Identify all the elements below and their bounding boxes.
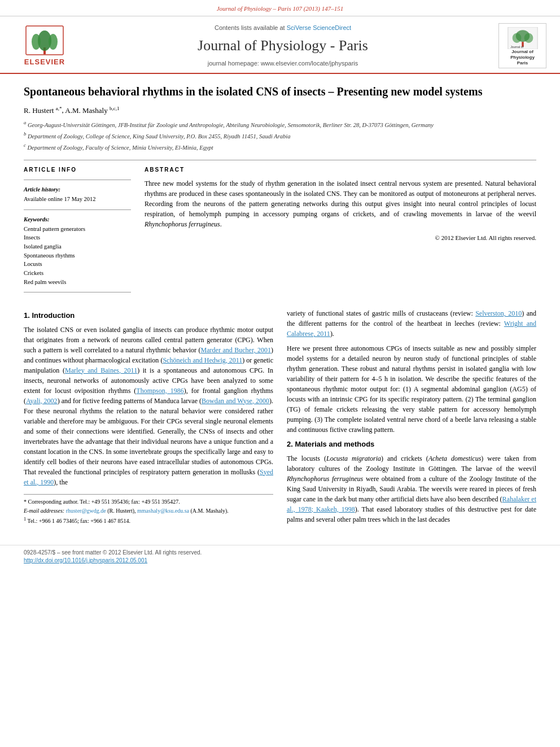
keyword-6: Crickets <box>24 269 131 278</box>
svg-point-3 <box>49 34 58 50</box>
article-content: Spontaneous behavioral rhythms in the is… <box>0 74 560 539</box>
article-info-col: ARTICLE INFO Article history: Available … <box>24 166 131 298</box>
homepage-line: journal homepage: www.elsevier.com/locat… <box>76 59 490 68</box>
divider-info-3 <box>24 292 131 292</box>
keywords-list: Central pattern generators Insects Isola… <box>24 225 131 287</box>
svg-point-2 <box>32 34 41 50</box>
keyword-7: Red palm weevils <box>24 278 131 287</box>
affiliations: a Georg-August-Universität Göttingen, JF… <box>24 119 536 152</box>
species-italic: Rhynchophorus ferrugineus <box>145 220 220 228</box>
intro-para-right-2: Here we present three autonomous CPGs of… <box>287 343 536 435</box>
abstract-copyright: © 2012 Elsevier Ltd. All rights reserved… <box>145 234 536 242</box>
article-title: Spontaneous behavioral rhythms in the is… <box>24 84 536 99</box>
body-col-left: 1. Introduction The isolated CNS or even… <box>24 308 273 528</box>
svg-point-8 <box>524 33 533 43</box>
journal-title: Journal of Physiology - Paris <box>76 36 490 56</box>
authors-line: R. Hustert a,*, A.M. Mashaly b,c,1 <box>24 104 536 116</box>
sciverse-link[interactable]: SciVerse ScienceDirect <box>287 24 351 31</box>
keyword-2: Insects <box>24 234 131 242</box>
keyword-4: Spontaneous rhythms <box>24 252 131 260</box>
methods-para-1: The locusts (Locusta migratoria) and cri… <box>287 453 536 525</box>
history-label: Article history: <box>24 186 131 194</box>
intro-section-title: 1. Introduction <box>24 311 273 321</box>
svg-text:Journal of: Journal of <box>510 46 523 49</box>
journal-header: ELSEVIER Contents lists available at Sci… <box>0 16 560 74</box>
elsevier-brand-text: ELSEVIER <box>24 57 65 67</box>
ref-marley-2011[interactable]: Marley and Baines, 2011 <box>65 366 137 374</box>
doi-link[interactable]: http://dx.doi.org/10.1016/j.jphysparis.2… <box>24 557 147 563</box>
body-two-col: 1. Introduction The isolated CNS or even… <box>24 308 536 528</box>
ref-thompson-1986[interactable]: Thompson, 1986 <box>136 387 183 395</box>
email-mashaly[interactable]: mmashaly@ksu.edu.sa <box>137 508 189 514</box>
ref-schoneich-2011[interactable]: Schön­eich and Hedwig, 2011 <box>163 356 242 364</box>
locust-species: Locusta migratoria <box>326 455 381 462</box>
ref-wright-2011[interactable]: Wright and Calabrese, 2011 <box>287 320 536 338</box>
divider-info-2 <box>24 209 131 210</box>
weevil-species: Rhynchophorus ferrugineus <box>287 475 363 483</box>
footnote-email: E-mail addresses: rhuster@gwdg.de (R. Hu… <box>24 507 273 515</box>
elsevier-tree-icon <box>25 25 64 56</box>
sciverse-line: Contents lists available at SciVerse Sci… <box>76 24 490 32</box>
elsevier-logo-area: ELSEVIER <box>14 25 76 67</box>
footnote-1: 1 Tel.: +966 1 46 73465; fax: +966 1 467… <box>24 516 273 525</box>
keywords-label: Keywords: <box>24 216 131 224</box>
journal-header-center: Contents lists available at SciVerse Sci… <box>76 24 490 68</box>
divider-1 <box>24 160 536 160</box>
abstract-col: ABSTRACT Three new model systems for the… <box>145 166 536 298</box>
abstract-text: Three new model systems for the study of… <box>145 178 536 229</box>
ref-rahalaker-1978[interactable]: Rahalaker et al., 1978; Kaakeh, 1998 <box>287 495 536 513</box>
ref-ayali-2002[interactable]: Ayali, 2002 <box>26 397 58 405</box>
ref-marder-2001[interactable]: Marder and Bucher, 2001 <box>201 346 271 354</box>
abstract-header: ABSTRACT <box>145 166 536 174</box>
article-info-header: ARTICLE INFO <box>24 166 131 174</box>
keyword-5: Locusts <box>24 260 131 269</box>
journal-logo-box: Journal of Journal ofPhysiologyParis <box>498 23 546 68</box>
cricket-species: Acheta domesticus <box>428 455 482 462</box>
elsevier-logo: ELSEVIER <box>24 25 65 67</box>
bottom-issn: 0928-4257/$ – see front matter © 2012 El… <box>24 549 202 556</box>
footnotes: * Corresponding author. Tel.: +49 551 39… <box>24 494 273 525</box>
ref-bowdan-2000[interactable]: Bowdan and Wyse, 2000 <box>202 397 269 405</box>
intro-para-right-1: variety of functional states of gastric … <box>287 308 536 339</box>
footnote-star: * Corresponding author. Tel.: +49 551 39… <box>24 498 273 506</box>
methods-section-title: 2. Materials and methods <box>287 439 536 449</box>
journal-ref-bar: Journal of Physiology – Paris 107 (2013)… <box>0 0 560 16</box>
keyword-1: Central pattern generators <box>24 225 131 234</box>
journal-ref-text: Journal of Physiology – Paris 107 (2013)… <box>217 5 344 12</box>
journal-logo-right: Journal of Journal ofPhysiologyParis <box>490 23 546 68</box>
affiliation-a: a Georg-August-Universität Göttingen, JF… <box>24 119 536 129</box>
ref-selverston-2010[interactable]: Selverston, 2010 <box>475 309 522 317</box>
history-value: Available online 17 May 2012 <box>24 195 131 204</box>
journal-logo-label: Journal ofPhysiologyParis <box>510 49 535 65</box>
intro-para-1: The isolated CNS or even isolated gangli… <box>24 325 273 487</box>
affiliation-b: b Department of Zoology, College of Scie… <box>24 130 536 141</box>
intro-title-text: Introduction <box>32 311 75 320</box>
journal-logo-icon: Journal of <box>506 27 540 49</box>
body-col-right: variety of functional states of gastric … <box>287 308 536 528</box>
keyword-3: Isolated ganglia <box>24 243 131 251</box>
author-mashaly: A.M. Mashaly b,c,1 <box>65 106 119 115</box>
affiliation-c: c Department of Zoology, Faculty of Scie… <box>24 142 536 152</box>
methods-title-text: Materials and methods <box>295 440 374 448</box>
info-abstract-row: ARTICLE INFO Article history: Available … <box>24 166 536 298</box>
divider-info <box>24 180 131 180</box>
email-hustert[interactable]: rhuster@gwdg.de <box>66 508 106 514</box>
ref-syed-1990[interactable]: Syed et al., 1990 <box>24 468 273 486</box>
svg-point-7 <box>512 33 521 43</box>
author-hustert: R. Hustert a,* <box>24 106 62 115</box>
bottom-bar: 0928-4257/$ – see front matter © 2012 El… <box>0 545 560 568</box>
